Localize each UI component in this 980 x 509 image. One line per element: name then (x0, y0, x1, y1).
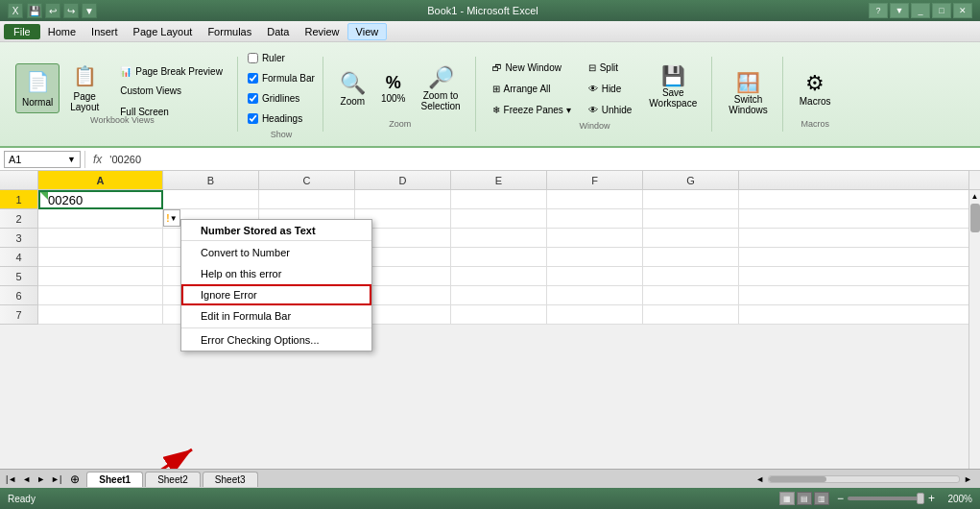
scroll-thumb[interactable] (970, 204, 980, 232)
menu-item-ignore-error[interactable]: Ignore Error (181, 284, 371, 305)
sheet-tab-1[interactable]: Sheet1 (86, 472, 143, 487)
cell-f2[interactable] (547, 209, 643, 229)
zoom-slider-track[interactable] (848, 497, 924, 500)
btn-custom-views[interactable]: Custom Views (113, 81, 229, 100)
cell-a7[interactable] (38, 305, 163, 325)
checkbox-headings[interactable] (248, 113, 258, 124)
menu-review[interactable]: Review (297, 24, 347, 39)
cell-g4[interactable] (643, 248, 739, 267)
redo-quick-icon[interactable]: ↪ (63, 3, 79, 18)
menu-page-layout[interactable]: Page Layout (126, 24, 201, 39)
cell-e2[interactable] (451, 209, 547, 229)
cell-g7[interactable] (643, 305, 739, 325)
ribbon-minimize-btn[interactable]: ▼ (890, 3, 909, 18)
col-header-b[interactable]: B (163, 171, 259, 190)
menu-insert[interactable]: Insert (84, 24, 126, 39)
maximize-btn[interactable]: □ (932, 3, 951, 18)
sheet-nav-next-btn[interactable]: ► (35, 474, 47, 484)
btn-zoom-100[interactable]: % 100% (374, 60, 413, 117)
view-normal-btn[interactable]: ▦ (779, 492, 795, 505)
cell-e1[interactable] (451, 190, 547, 209)
btn-macros[interactable]: ⚙ Macros (793, 60, 838, 117)
btn-arrange-all[interactable]: ⊞ Arrange All (486, 79, 578, 98)
menu-item-number-stored-as-text[interactable]: Number Stored as Text (181, 220, 371, 239)
menu-home[interactable]: Home (40, 24, 84, 39)
cell-e7[interactable] (451, 305, 547, 325)
help-btn[interactable]: ? (869, 3, 888, 18)
hscroll-track[interactable] (768, 475, 960, 483)
cell-g1[interactable] (643, 190, 739, 209)
col-header-d[interactable]: D (355, 171, 451, 190)
col-header-a[interactable]: A (38, 171, 163, 190)
cell-f7[interactable] (547, 305, 643, 325)
menu-item-error-options[interactable]: Error Checking Options... (181, 329, 371, 351)
scrollbar-vertical[interactable]: ▲ (968, 190, 980, 469)
view-layout-btn[interactable]: ▤ (797, 492, 812, 505)
row-header-4[interactable]: 4 (0, 248, 38, 267)
cell-a5[interactable] (38, 267, 163, 286)
btn-zoom-selection[interactable]: 🔎 Zoom toSelection (414, 60, 466, 117)
customize-quick-icon[interactable]: ▼ (82, 3, 97, 18)
col-header-g[interactable]: G (643, 171, 739, 190)
cell-d1[interactable] (355, 190, 451, 209)
menu-view[interactable]: View (347, 23, 388, 40)
cell-e3[interactable] (451, 229, 547, 248)
row-header-6[interactable]: 6 (0, 286, 38, 305)
checkbox-formula-bar[interactable] (248, 73, 258, 84)
hscroll-right-btn[interactable]: ► (964, 474, 972, 484)
row-header-1[interactable]: 1 (0, 190, 38, 209)
menu-data[interactable]: Data (259, 24, 297, 39)
row-header-7[interactable]: 7 (0, 305, 38, 325)
undo-quick-icon[interactable]: ↩ (45, 3, 60, 18)
cell-a2[interactable] (38, 209, 163, 229)
error-icon-button[interactable]: ! ▼ (163, 209, 180, 227)
btn-page-layout[interactable]: 📋 PageLayout (63, 63, 106, 113)
cell-e6[interactable] (451, 286, 547, 305)
add-sheet-btn[interactable]: ⊕ (67, 473, 83, 486)
name-box-dropdown[interactable]: ▼ (67, 155, 76, 164)
row-header-2[interactable]: 2 (0, 209, 38, 229)
sheet-tab-2[interactable]: Sheet2 (145, 472, 201, 487)
zoom-slider-thumb[interactable] (917, 493, 924, 504)
formula-input[interactable]: '00260 (109, 154, 976, 165)
col-header-e[interactable]: E (451, 171, 547, 190)
checkbox-gridlines[interactable] (248, 93, 258, 104)
btn-switch-windows[interactable]: 🪟 SwitchWindows (722, 64, 775, 122)
zoom-minus-btn[interactable]: − (837, 492, 844, 505)
cell-f4[interactable] (547, 248, 643, 267)
scroll-up-btn[interactable]: ▲ (970, 190, 980, 202)
sheet-tab-3[interactable]: Sheet3 (203, 472, 258, 487)
row-header-5[interactable]: 5 (0, 267, 38, 286)
cell-g5[interactable] (643, 267, 739, 286)
cell-b1[interactable] (163, 190, 259, 209)
close-btn[interactable]: ✕ (953, 3, 972, 18)
cell-f5[interactable] (547, 267, 643, 286)
view-break-btn[interactable]: ▥ (814, 492, 829, 505)
cell-a3[interactable] (38, 229, 163, 248)
menu-item-convert-to-number[interactable]: Convert to Number (181, 242, 371, 263)
zoom-plus-btn[interactable]: + (928, 492, 935, 505)
menu-item-help-on-error[interactable]: Help on this error (181, 263, 371, 284)
menu-file[interactable]: File (4, 24, 40, 39)
cell-a4[interactable] (38, 248, 163, 267)
btn-save-workspace[interactable]: 💾 SaveWorkspace (642, 58, 704, 115)
cell-f6[interactable] (547, 286, 643, 305)
btn-page-break-preview[interactable]: 📊 Page Break Preview (113, 63, 229, 79)
cell-g2[interactable] (643, 209, 739, 229)
hscroll-left-btn[interactable]: ◄ (755, 474, 764, 484)
btn-hide[interactable]: 👁 Hide (582, 79, 639, 98)
btn-split[interactable]: ⊟ Split (582, 58, 639, 77)
cell-c1[interactable] (259, 190, 355, 209)
sheet-nav-first-btn[interactable]: |◄ (4, 474, 18, 484)
cell-a6[interactable] (38, 286, 163, 305)
cell-e4[interactable] (451, 248, 547, 267)
btn-normal[interactable]: 📄 Normal (15, 63, 60, 113)
btn-zoom[interactable]: 🔍 Zoom (333, 60, 372, 117)
menu-formulas[interactable]: Formulas (200, 24, 259, 39)
save-quick-icon[interactable]: 💾 (27, 3, 42, 18)
name-box[interactable]: A1 ▼ (4, 151, 81, 168)
btn-freeze-panes[interactable]: ❄ Freeze Panes ▾ (486, 100, 578, 119)
minimize-btn[interactable]: _ (911, 3, 930, 18)
cell-g3[interactable] (643, 229, 739, 248)
row-header-3[interactable]: 3 (0, 229, 38, 248)
